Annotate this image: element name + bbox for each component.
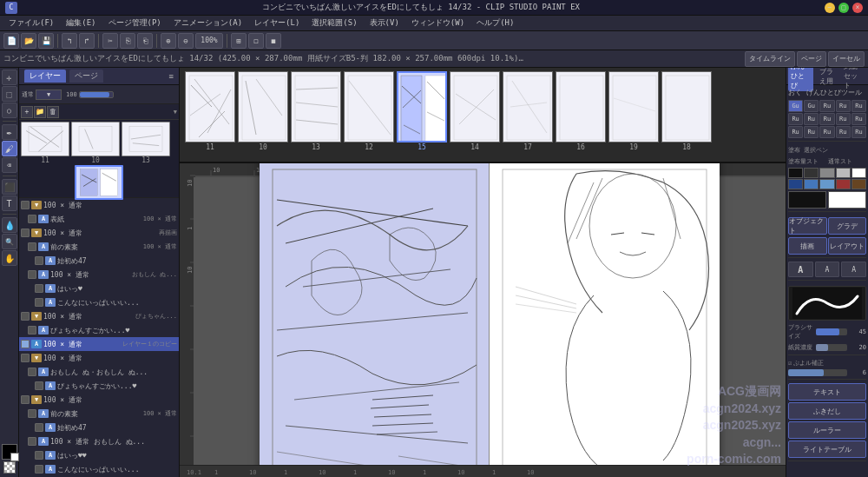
rp-large-btn-ruler[interactable]: ルーラー <box>788 421 866 439</box>
layer-item-group1[interactable]: ▼ 100 × 通常 <box>19 198 179 212</box>
layer-mode-dropdown[interactable]: ▼ <box>36 89 62 100</box>
rp-nav-draw[interactable]: 描画 <box>788 237 827 255</box>
rp-tool-1[interactable]: Gu <box>788 100 803 112</box>
layer-vis-4b[interactable] <box>35 381 43 390</box>
layer-item-4a[interactable]: A おもしん ぬ・おもしん ぬ... <box>19 365 179 379</box>
layer-item-1a[interactable]: A 表紙 100 × 通常 <box>19 212 179 226</box>
layer-tab-layers[interactable]: レイヤー <box>24 70 66 83</box>
mini-page-10[interactable] <box>71 122 120 156</box>
layer-settings-btn[interactable]: ≡ <box>169 72 174 81</box>
layer-vis-3a[interactable] <box>28 326 36 335</box>
layer-item-3a[interactable]: A びょちゃんすごかい...♥ <box>19 323 179 337</box>
page-10[interactable] <box>238 71 288 142</box>
menu-item-2[interactable]: ページ管理(P) <box>103 17 167 30</box>
tool-hand[interactable]: ✋ <box>2 250 17 266</box>
layer-item-group2[interactable]: ▼ 100 × 通常 再描画 <box>19 226 179 240</box>
rp-nav-grade[interactable]: グラデ <box>828 217 867 235</box>
color-swatch-black[interactable] <box>788 168 803 178</box>
layer-tab-pages[interactable]: ページ <box>69 70 103 83</box>
color-swatch-brown[interactable] <box>852 179 866 189</box>
color-swatch-white[interactable] <box>852 168 866 178</box>
layer-item-2b[interactable]: A 始初め47 <box>19 254 179 268</box>
layer-vis-3[interactable] <box>21 312 30 321</box>
page-18[interactable] <box>661 71 712 142</box>
tool-eraser[interactable]: ⌫ <box>2 157 17 173</box>
layer-vis-5c[interactable] <box>28 437 36 446</box>
rp-tool-4[interactable]: Ru <box>836 100 851 112</box>
layer-vis-5e[interactable] <box>35 465 43 474</box>
page-thumb-19[interactable]: 19 <box>608 71 659 151</box>
tool-pen[interactable]: ✒ <box>2 124 17 140</box>
toolbar-guide[interactable]: ◼ <box>266 33 281 49</box>
color-swatch-darkblue[interactable] <box>788 179 803 189</box>
rp-tool-9[interactable]: Ru <box>836 113 851 125</box>
mini-thumb-active[interactable] <box>75 165 123 200</box>
layer-vis-2d[interactable] <box>35 284 43 293</box>
rp-tool-13[interactable]: Ru <box>819 126 834 138</box>
layer-vis-1[interactable] <box>21 201 30 209</box>
page-11[interactable] <box>185 71 235 142</box>
tool-brush[interactable]: 🖌 <box>2 141 17 156</box>
rp-large-btn-text[interactable]: テキスト <box>788 383 866 401</box>
rp-tool-6[interactable]: Ru <box>788 113 803 125</box>
layer-vis-5a[interactable] <box>28 409 36 418</box>
layer-item-5a[interactable]: A 前の素案 100 × 通常 <box>19 407 179 421</box>
color-swatch-lightgray[interactable] <box>836 168 851 178</box>
toolbar-save[interactable]: 💾 <box>38 33 54 49</box>
rp-tool-8[interactable]: Ru <box>819 113 834 125</box>
page-thumb-18[interactable]: 18 <box>661 71 712 151</box>
page-16[interactable] <box>556 71 606 142</box>
toolbar-zoom-out[interactable]: ⊖ <box>178 33 194 49</box>
tool-select[interactable]: ⬚ <box>2 86 17 102</box>
tool-fill[interactable]: ⬛ <box>2 179 17 195</box>
mini-thumb-10[interactable]: 10 <box>71 122 120 164</box>
close-button[interactable]: × <box>852 3 863 13</box>
delete-layer-btn[interactable]: 🗑 <box>47 106 59 118</box>
rp-text-tool-3[interactable]: A <box>841 262 866 277</box>
mini-thumb-13[interactable]: 13 <box>122 122 170 164</box>
toolbar-paste[interactable]: ⎗ <box>137 33 153 49</box>
tool-zoom[interactable]: 🔍 <box>2 234 17 249</box>
new-folder-btn[interactable]: 📁 <box>34 106 46 118</box>
tool-move[interactable]: ✛ <box>2 70 17 85</box>
menu-item-5[interactable]: 選択範囲(S) <box>306 17 362 30</box>
menu-item-4[interactable]: レイヤー(L) <box>249 17 305 30</box>
rp-large-btn-bubble[interactable]: ふきだし <box>788 402 866 420</box>
layer-item-5e[interactable]: A こんなにいっぱいいい... <box>19 462 179 476</box>
rp-tool-14[interactable]: Ru <box>836 126 851 138</box>
layer-item-5b[interactable]: A 始初め47 <box>19 421 179 434</box>
easel-tab[interactable]: イーセル <box>828 51 865 67</box>
color-swatch-darkgray[interactable] <box>804 168 819 178</box>
rp-tool-12[interactable]: Ru <box>804 126 819 138</box>
layer-vis-5d[interactable] <box>35 451 43 460</box>
mini-thumb-11[interactable]: 11 <box>21 122 69 164</box>
main-canvas[interactable] <box>260 163 720 465</box>
page-15[interactable] <box>397 71 447 142</box>
layer-item-group3[interactable]: ▼ 100 × 通常 びょちゃん... <box>19 309 179 323</box>
layer-vis-2b[interactable] <box>35 256 43 265</box>
rpanel-tab-brushuse[interactable]: ブラえ用 <box>817 68 838 87</box>
layer-item-2a[interactable]: A 前の素案 100 × 通常 <box>19 240 179 254</box>
page-thumb-10[interactable]: 10 <box>238 71 288 151</box>
layer-item-group5[interactable]: ▼ 100 × 通常 <box>19 393 179 407</box>
color-swatch-cyan[interactable] <box>819 179 834 189</box>
page-thumb-11[interactable]: 11 <box>185 71 235 151</box>
rp-nav-layout[interactable]: レイアウト <box>828 237 867 255</box>
layer-item-copy[interactable]: A 100 × 通常 レイヤー１のコピー <box>19 337 179 351</box>
menu-item-1[interactable]: 編集(E) <box>61 17 101 30</box>
layer-item-2c[interactable]: A 100 × 通常 おもしん ぬ... <box>19 268 179 282</box>
toolbar-grid[interactable]: ⊞ <box>231 33 247 49</box>
tool-text[interactable]: T <box>2 195 17 211</box>
page-thumb-14[interactable]: 14 <box>450 71 500 151</box>
new-layer-btn[interactable]: + <box>21 106 33 118</box>
layer-item-5c[interactable]: A 100 × 通常 おもしん ぬ... <box>19 434 179 448</box>
page-17[interactable] <box>503 71 553 142</box>
brush-size-slider[interactable] <box>816 328 847 335</box>
color-swatch-red[interactable] <box>836 179 851 189</box>
layer-opacity-slider[interactable] <box>79 91 114 98</box>
canvas-area[interactable]: 10 1 10 1 10 1 <box>180 163 786 465</box>
opacity-slider[interactable] <box>816 344 847 351</box>
page-thumb-16[interactable]: 16 <box>556 71 606 151</box>
toolbar-redo[interactable]: ↱ <box>79 33 95 49</box>
toolbar-open[interactable]: 📂 <box>21 33 36 49</box>
